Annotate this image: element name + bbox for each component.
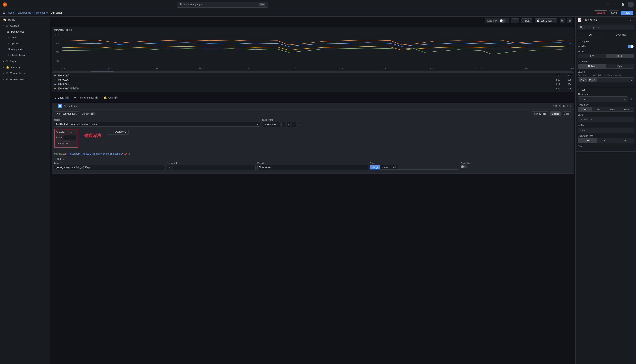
quantile-close-button[interactable]: ✕ [71, 131, 73, 134]
discard-button[interactable]: Discard [594, 10, 607, 15]
query-help-icon[interactable]: ? [552, 105, 554, 108]
axis-left[interactable]: Left [592, 107, 606, 112]
sidebar-dashboards-toggle[interactable]: ⌄ ▦ Dashboards [0, 29, 50, 34]
chart-svg [63, 34, 571, 67]
val-min-close[interactable]: ✕ [584, 79, 586, 81]
query-delete-icon[interactable]: 🗑 [562, 105, 565, 108]
mode-list[interactable]: List [578, 54, 606, 58]
axis-right[interactable]: Right [606, 107, 620, 112]
actual-button[interactable]: Actual [521, 18, 532, 23]
builder-button[interactable]: Builder [550, 112, 561, 116]
tab-overrides[interactable]: Overrides [606, 32, 636, 38]
values-clear-button[interactable]: ✕ [627, 78, 629, 81]
grid-on[interactable]: On [597, 138, 615, 143]
filter-op[interactable]: = [281, 122, 285, 127]
val-max-close[interactable]: ✕ [594, 79, 596, 81]
format-select[interactable]: Time series ⌄ [257, 165, 368, 170]
tab-query[interactable]: ⊞ Query 4 [52, 95, 72, 101]
run-queries-button[interactable]: Run queries [531, 112, 549, 116]
width-input[interactable] [578, 128, 634, 133]
sidebar-item-home[interactable]: 🏠 Home [0, 17, 50, 23]
axis-label-input[interactable] [578, 117, 634, 122]
fill-button[interactable]: Fill [511, 18, 519, 23]
quantile-input[interactable] [63, 135, 77, 140]
search-options-input[interactable]: 🔍 [578, 25, 634, 30]
collapse-chevron[interactable]: ⌄ [54, 105, 56, 108]
legend-input[interactable] [54, 165, 165, 170]
type-instant-btn[interactable]: Instant [380, 165, 390, 169]
legend-field-label: Legend ℹ [54, 162, 165, 164]
query-copy-icon[interactable]: ⧉ [555, 104, 557, 108]
apply-button[interactable]: Apply [621, 10, 633, 15]
filter-val-select[interactable]: abc ⌄ [287, 122, 296, 127]
refresh-button[interactable]: ↻ [567, 18, 572, 24]
sidebar-item-snapshots[interactable]: Snapshots [0, 40, 50, 46]
visibility-toggle[interactable] [628, 45, 634, 48]
tab-transform[interactable]: ⇌ Transform data 0 [72, 95, 101, 101]
notifications-button[interactable]: 📡 [620, 2, 626, 8]
sidebar-item-admin[interactable]: › ⚙ Administration [0, 76, 50, 82]
type-both-btn[interactable]: Both [390, 165, 398, 169]
placement-bottom[interactable]: Bottom [578, 64, 606, 68]
placement-right[interactable]: Right [606, 64, 633, 68]
exemplars-toggle[interactable] [461, 165, 467, 168]
breadcrumb-home[interactable]: Home [8, 11, 15, 14]
timezone-dropdown[interactable]: Default ⌄ [578, 96, 628, 102]
grid-group: Auto On Off [578, 138, 634, 143]
y-label-600: 600 [52, 51, 60, 53]
filter-add-button[interactable]: ＋ [302, 122, 306, 127]
values-select[interactable]: Min ✕ Max ✕ ✕ ⌄ [578, 78, 634, 82]
grid-off[interactable]: Off [615, 138, 633, 143]
options-toggle[interactable]: ⌄ Options [54, 158, 571, 160]
panel-type-chevron[interactable]: ⌄ [629, 18, 631, 22]
code-button[interactable]: Code [562, 112, 571, 116]
sidebar-item-explore[interactable]: › ⊙ Explore [0, 58, 50, 64]
sidebar-item-connections[interactable]: › ⊕ Connections [0, 70, 50, 76]
type-range-btn[interactable]: Range [370, 165, 380, 169]
metric-select[interactable]: TestController_compute_summary_demo ⌄ [54, 122, 260, 126]
table-view-toggle[interactable]: Table view [485, 18, 509, 24]
legend-section-header[interactable]: ⌄ Legend [578, 40, 634, 43]
values-expand-icon[interactable]: ⌄ [630, 78, 632, 81]
save-button[interactable]: Save [609, 10, 619, 15]
menu-icon[interactable]: ☰ [3, 11, 5, 14]
sidebar-item-alerting[interactable]: › 🔔 Alerting [0, 64, 50, 70]
zoom-out-button[interactable]: 🔍 [559, 18, 565, 24]
mode-group: List Table [578, 54, 634, 58]
tab-alert[interactable]: 🔔 Alert 0 [101, 95, 120, 101]
grid-auto[interactable]: Auto [578, 138, 597, 143]
min-step-input[interactable] [167, 165, 255, 170]
global-search[interactable]: 🔍 Search or jump to... ⌘+k [177, 2, 268, 8]
filter-clear-button[interactable]: ✕ [298, 122, 300, 126]
search-options-field[interactable] [584, 26, 632, 29]
query-eye-icon[interactable]: 👁 [558, 105, 561, 108]
timezone-add-button[interactable]: ＋ [629, 97, 634, 102]
axis-auto[interactable]: Auto [578, 107, 592, 112]
profile-avatar[interactable]: U [628, 2, 634, 8]
scrollbar-thumb[interactable] [91, 71, 114, 72]
sidebar-item-playlists[interactable]: Playlists [0, 34, 50, 40]
tab-all[interactable]: All [576, 32, 606, 38]
operations-button[interactable]: ＋ + Operations [107, 129, 129, 134]
by-label-button[interactable]: + By label [56, 141, 70, 146]
help-button[interactable]: ? [612, 2, 618, 8]
axis-section-header[interactable]: ⌄ Axis [578, 88, 634, 91]
filter-name-select[interactable]: labelName1 ⌄ [262, 122, 280, 127]
table-view-switch[interactable] [499, 19, 506, 22]
add-button[interactable]: ＋ [605, 2, 611, 8]
mode-table[interactable]: Table [606, 54, 633, 58]
chart-scrollbar[interactable] [53, 71, 572, 72]
axis-hidden[interactable]: Hidden [620, 107, 634, 112]
quantile-chevron[interactable]: ⌄ [66, 131, 67, 134]
sidebar-item-public-dashboards[interactable]: Public dashboards [0, 52, 50, 58]
panel-collapse-icon[interactable]: › [633, 18, 634, 22]
kickstart-button[interactable]: Kick start your query [54, 112, 80, 116]
breadcrumb-dashboard[interactable]: metric-demo [34, 11, 48, 14]
explain-switch[interactable] [90, 112, 96, 116]
time-range-picker[interactable]: 🕐 Last 1 hour ⌄ [535, 18, 557, 23]
query-drag-icon[interactable]: ⋮⋮ [566, 105, 571, 108]
breadcrumb-dashboards[interactable]: Dashboards [18, 11, 31, 14]
sidebar-playlists-label: Playlists [8, 36, 17, 39]
sidebar-item-starred[interactable]: › ☆ Starred [0, 23, 50, 29]
sidebar-item-library-panels[interactable]: Library panels [0, 46, 50, 52]
